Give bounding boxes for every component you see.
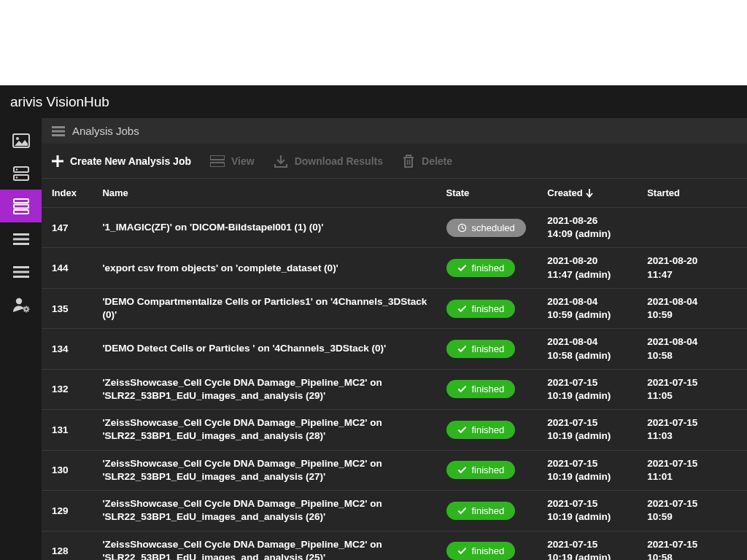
table-row[interactable]: 129'ZeissShowcase_Cell Cycle DNA Damage_…: [42, 491, 747, 531]
toolbar: Create New Analysis Job View Download Re…: [42, 144, 747, 179]
svg-rect-26: [52, 130, 65, 132]
table-row[interactable]: 134'DEMO Detect Cells or Particles ' on …: [42, 329, 747, 369]
check-icon: [457, 466, 467, 474]
table-row[interactable]: 132'ZeissShowcase_Cell Cycle DNA Damage_…: [42, 370, 747, 410]
state-finished-pill: finished: [446, 380, 516, 398]
svg-rect-9: [13, 233, 29, 236]
state-finished-pill: finished: [446, 300, 516, 318]
state-finished-pill: finished: [446, 542, 516, 560]
svg-rect-12: [13, 266, 29, 268]
state-label: finished: [472, 505, 505, 516]
state-label: finished: [472, 262, 505, 273]
view-label: View: [231, 155, 255, 167]
svg-rect-7: [14, 204, 28, 208]
cell-started: 2021-07-1511:05: [647, 376, 747, 402]
cell-state: finished: [446, 300, 548, 318]
sidebar-item-images[interactable]: [0, 124, 42, 157]
check-icon: [457, 507, 467, 515]
table-row[interactable]: 131'ZeissShowcase_Cell Cycle DNA Damage_…: [42, 410, 747, 450]
cell-name: 'ZeissShowcase_Cell Cycle DNA Damage_Pip…: [102, 538, 446, 561]
svg-rect-31: [210, 163, 225, 167]
cell-state: finished: [446, 259, 548, 277]
brand-title: arivis VisionHub: [10, 94, 109, 110]
cell-state: finished: [446, 542, 548, 560]
cell-name: 'export csv from objects' on 'complete_d…: [102, 262, 446, 275]
sidebar-item-storage[interactable]: [0, 157, 42, 190]
cell-started: 2021-07-1511:03: [647, 416, 747, 443]
sidebar-item-user-settings[interactable]: [0, 288, 42, 321]
cell-name: 'ZeissShowcase_Cell Cycle DNA Damage_Pip…: [102, 376, 446, 402]
sidebar-item-analysis-jobs[interactable]: [0, 190, 42, 222]
svg-line-24: [23, 311, 24, 311]
view-button[interactable]: View: [210, 155, 255, 167]
server-icon: [13, 166, 29, 181]
col-header-name[interactable]: Name: [102, 187, 446, 198]
col-header-started[interactable]: Started: [647, 187, 747, 198]
cell-started: 2021-07-1510:59: [647, 497, 747, 524]
menu-icon: [13, 233, 29, 245]
table-row[interactable]: 144'export csv from objects' on 'complet…: [42, 248, 747, 288]
cell-started: 2021-08-0410:59: [647, 295, 747, 322]
cell-name: 'ZeissShowcase_Cell Cycle DNA Damage_Pip…: [102, 416, 446, 443]
svg-rect-25: [52, 126, 65, 128]
col-header-state[interactable]: State: [446, 187, 548, 198]
svg-rect-13: [13, 271, 29, 273]
sort-desc-icon: [586, 189, 593, 198]
check-icon: [457, 345, 467, 353]
cell-started: 2021-08-2011:47: [647, 254, 747, 281]
svg-rect-11: [13, 243, 29, 245]
cell-created: 2021-08-2011:47 (admin): [547, 254, 647, 281]
svg-rect-27: [52, 134, 65, 136]
table-row[interactable]: 147'1_IMAGIC(ZF)' on 'DICOM-Bildstapel00…: [42, 208, 747, 248]
cell-created: 2021-07-1510:19 (admin): [547, 497, 647, 524]
create-analysis-job-button[interactable]: Create New Analysis Job: [52, 155, 191, 167]
table-row[interactable]: 128'ZeissShowcase_Cell Cycle DNA Damage_…: [42, 532, 747, 561]
cell-name: 'DEMO Detect Cells or Particles ' on '4C…: [102, 342, 446, 355]
cell-index: 128: [52, 545, 102, 556]
content-area: Analysis Jobs Create New Analysis Job Vi…: [42, 118, 747, 560]
delete-label: Delete: [422, 155, 452, 167]
main-area: Analysis Jobs Create New Analysis Job Vi…: [0, 118, 747, 560]
state-scheduled-pill: scheduled: [446, 219, 526, 237]
delete-button[interactable]: Delete: [402, 154, 452, 168]
plus-icon: [52, 155, 63, 167]
check-icon: [457, 547, 467, 555]
sidebar-item-list-2[interactable]: [0, 255, 42, 288]
state-finished-pill: finished: [446, 502, 516, 520]
table-row[interactable]: 135'DEMO Compartmentalize Cells or Parti…: [42, 289, 747, 329]
cell-created: 2021-07-1510:19 (admin): [547, 538, 647, 561]
table-row[interactable]: 130'ZeissShowcase_Cell Cycle DNA Damage_…: [42, 451, 747, 491]
cell-started: 2021-07-1511:01: [647, 457, 747, 483]
check-icon: [457, 305, 467, 313]
cell-index: 135: [52, 303, 102, 314]
col-header-created[interactable]: Created: [547, 187, 647, 198]
state-label: finished: [472, 343, 505, 354]
check-icon: [457, 264, 467, 272]
cell-name: 'ZeissShowcase_Cell Cycle DNA Damage_Pip…: [102, 497, 446, 524]
state-finished-pill: finished: [446, 340, 516, 358]
cell-state: finished: [446, 340, 548, 358]
menu-icon: [13, 266, 29, 278]
create-label: Create New Analysis Job: [70, 155, 191, 167]
col-header-index[interactable]: Index: [52, 187, 102, 198]
page-header: Analysis Jobs: [42, 118, 747, 144]
cell-index: 147: [52, 222, 102, 233]
check-icon: [457, 385, 467, 393]
page-title: Analysis Jobs: [72, 125, 139, 137]
svg-point-1: [16, 137, 19, 140]
download-results-button[interactable]: Download Results: [274, 154, 383, 168]
download-label: Download Results: [295, 155, 383, 167]
cell-started: 2021-08-0410:58: [647, 335, 747, 362]
cell-index: 134: [52, 343, 102, 354]
cell-created: 2021-08-2614:09 (admin): [547, 214, 647, 241]
server-icon: [210, 155, 225, 167]
cell-index: 130: [52, 464, 102, 475]
svg-point-4: [15, 168, 17, 170]
state-label: finished: [472, 545, 505, 556]
cell-index: 132: [52, 384, 102, 394]
state-finished-pill: finished: [446, 461, 516, 479]
svg-rect-10: [13, 238, 29, 240]
svg-rect-8: [14, 210, 28, 214]
cell-index: 144: [52, 262, 102, 273]
sidebar-item-list-1[interactable]: [0, 222, 42, 255]
